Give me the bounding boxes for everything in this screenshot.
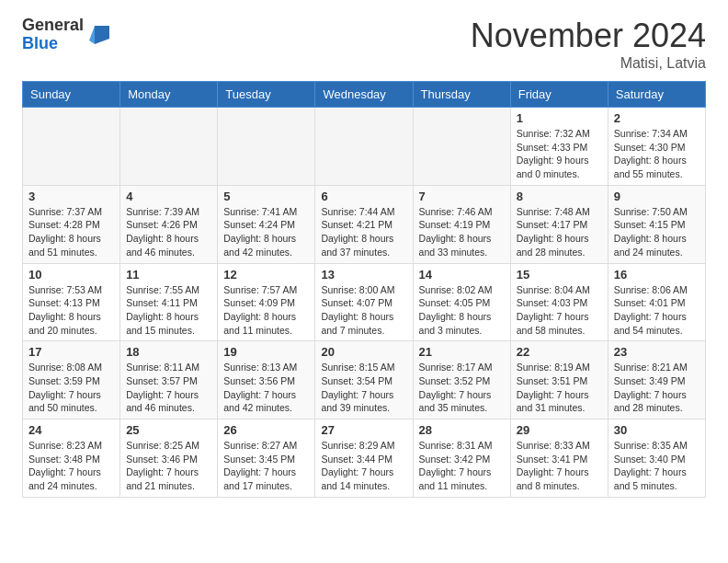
calendar-cell: 11Sunrise: 7:55 AMSunset: 4:11 PMDayligh… bbox=[120, 263, 218, 341]
day-number: 18 bbox=[126, 345, 211, 359]
day-info: Sunrise: 8:25 AMSunset: 3:46 PMDaylight:… bbox=[126, 439, 211, 493]
calendar-cell: 19Sunrise: 8:13 AMSunset: 3:56 PMDayligh… bbox=[218, 341, 315, 419]
calendar-cell: 21Sunrise: 8:17 AMSunset: 3:52 PMDayligh… bbox=[413, 341, 510, 419]
day-number: 26 bbox=[223, 423, 309, 437]
day-number: 13 bbox=[321, 268, 406, 282]
calendar-cell bbox=[315, 108, 413, 186]
day-info: Sunrise: 8:33 AMSunset: 3:41 PMDaylight:… bbox=[517, 439, 602, 493]
day-number: 4 bbox=[126, 190, 211, 203]
day-info: Sunrise: 8:15 AMSunset: 3:54 PMDaylight:… bbox=[321, 361, 406, 415]
day-number: 6 bbox=[321, 190, 406, 203]
week-row-1: 1Sunrise: 7:32 AMSunset: 4:33 PMDaylight… bbox=[23, 108, 706, 186]
calendar-cell: 24Sunrise: 8:23 AMSunset: 3:48 PMDayligh… bbox=[23, 419, 120, 498]
calendar-cell: 16Sunrise: 8:06 AMSunset: 4:01 PMDayligh… bbox=[608, 263, 705, 341]
calendar-cell: 27Sunrise: 8:29 AMSunset: 3:44 PMDayligh… bbox=[315, 419, 413, 498]
day-number: 11 bbox=[126, 268, 211, 282]
day-number: 12 bbox=[223, 268, 309, 282]
svg-marker-0 bbox=[95, 26, 109, 44]
weekday-header-row: SundayMondayTuesdayWednesdayThursdayFrid… bbox=[23, 82, 706, 108]
day-info: Sunrise: 8:11 AMSunset: 3:57 PMDaylight:… bbox=[126, 361, 211, 415]
day-number: 2 bbox=[614, 111, 700, 125]
day-number: 28 bbox=[419, 423, 505, 437]
day-info: Sunrise: 7:44 AMSunset: 4:21 PMDaylight:… bbox=[321, 205, 406, 259]
month-title: November 2024 bbox=[471, 17, 706, 55]
calendar-cell: 6Sunrise: 7:44 AMSunset: 4:21 PMDaylight… bbox=[315, 185, 413, 263]
day-info: Sunrise: 8:19 AMSunset: 3:51 PMDaylight:… bbox=[517, 361, 602, 415]
day-number: 7 bbox=[419, 190, 505, 203]
calendar-cell bbox=[413, 108, 510, 186]
day-info: Sunrise: 8:06 AMSunset: 4:01 PMDaylight:… bbox=[614, 283, 700, 338]
day-info: Sunrise: 8:21 AMSunset: 3:49 PMDaylight:… bbox=[614, 361, 700, 415]
day-number: 21 bbox=[419, 345, 505, 359]
weekday-header-tuesday: Tuesday bbox=[218, 82, 315, 108]
week-row-4: 17Sunrise: 8:08 AMSunset: 3:59 PMDayligh… bbox=[23, 341, 706, 419]
day-info: Sunrise: 7:57 AMSunset: 4:09 PMDaylight:… bbox=[223, 283, 309, 338]
day-info: Sunrise: 8:17 AMSunset: 3:52 PMDaylight:… bbox=[419, 361, 505, 415]
weekday-header-wednesday: Wednesday bbox=[315, 82, 413, 108]
calendar-cell: 2Sunrise: 7:34 AMSunset: 4:30 PMDaylight… bbox=[608, 108, 705, 186]
day-info: Sunrise: 7:39 AMSunset: 4:26 PMDaylight:… bbox=[126, 205, 211, 259]
calendar-wrapper: SundayMondayTuesdayWednesdayThursdayFrid… bbox=[0, 81, 728, 509]
day-number: 20 bbox=[321, 345, 406, 359]
week-row-2: 3Sunrise: 7:37 AMSunset: 4:28 PMDaylight… bbox=[23, 185, 706, 263]
calendar-cell: 22Sunrise: 8:19 AMSunset: 3:51 PMDayligh… bbox=[510, 341, 608, 419]
day-info: Sunrise: 7:37 AMSunset: 4:28 PMDaylight:… bbox=[28, 205, 114, 259]
calendar-cell: 17Sunrise: 8:08 AMSunset: 3:59 PMDayligh… bbox=[23, 341, 120, 419]
day-number: 30 bbox=[614, 423, 700, 437]
calendar-cell: 20Sunrise: 8:15 AMSunset: 3:54 PMDayligh… bbox=[315, 341, 413, 419]
calendar-cell: 29Sunrise: 8:33 AMSunset: 3:41 PMDayligh… bbox=[510, 419, 608, 498]
weekday-header-friday: Friday bbox=[510, 82, 608, 108]
day-number: 15 bbox=[517, 268, 602, 282]
day-number: 5 bbox=[223, 190, 309, 203]
day-number: 3 bbox=[28, 190, 114, 203]
logo-general-text: General bbox=[22, 17, 84, 35]
day-number: 24 bbox=[28, 423, 114, 437]
day-number: 19 bbox=[223, 345, 309, 359]
calendar-cell: 4Sunrise: 7:39 AMSunset: 4:26 PMDaylight… bbox=[120, 185, 218, 263]
location: Matisi, Latvia bbox=[471, 55, 706, 72]
calendar-cell: 10Sunrise: 7:53 AMSunset: 4:13 PMDayligh… bbox=[23, 263, 120, 341]
calendar-cell bbox=[120, 108, 218, 186]
calendar-cell: 18Sunrise: 8:11 AMSunset: 3:57 PMDayligh… bbox=[120, 341, 218, 419]
day-info: Sunrise: 7:48 AMSunset: 4:17 PMDaylight:… bbox=[517, 205, 602, 259]
calendar-cell: 23Sunrise: 8:21 AMSunset: 3:49 PMDayligh… bbox=[608, 341, 705, 419]
weekday-header-thursday: Thursday bbox=[413, 82, 510, 108]
calendar-cell: 15Sunrise: 8:04 AMSunset: 4:03 PMDayligh… bbox=[510, 263, 608, 341]
day-number: 29 bbox=[517, 423, 602, 437]
weekday-header-monday: Monday bbox=[120, 82, 218, 108]
week-row-5: 24Sunrise: 8:23 AMSunset: 3:48 PMDayligh… bbox=[23, 419, 706, 498]
day-info: Sunrise: 7:50 AMSunset: 4:15 PMDaylight:… bbox=[614, 205, 700, 259]
page-header: General Blue November 2024 Matisi, Latvi… bbox=[0, 0, 728, 81]
calendar-cell: 26Sunrise: 8:27 AMSunset: 3:45 PMDayligh… bbox=[218, 419, 315, 498]
day-info: Sunrise: 8:00 AMSunset: 4:07 PMDaylight:… bbox=[321, 283, 406, 338]
day-number: 17 bbox=[28, 345, 114, 359]
day-info: Sunrise: 7:55 AMSunset: 4:11 PMDaylight:… bbox=[126, 283, 211, 338]
day-number: 14 bbox=[419, 268, 505, 282]
weekday-header-sunday: Sunday bbox=[23, 82, 120, 108]
calendar-cell: 8Sunrise: 7:48 AMSunset: 4:17 PMDaylight… bbox=[510, 185, 608, 263]
calendar-cell: 13Sunrise: 8:00 AMSunset: 4:07 PMDayligh… bbox=[315, 263, 413, 341]
day-number: 27 bbox=[321, 423, 406, 437]
logo-blue-text: Blue bbox=[22, 35, 84, 53]
day-number: 16 bbox=[614, 268, 700, 282]
day-info: Sunrise: 8:04 AMSunset: 4:03 PMDaylight:… bbox=[517, 283, 602, 338]
day-info: Sunrise: 8:29 AMSunset: 3:44 PMDaylight:… bbox=[321, 439, 406, 493]
day-info: Sunrise: 8:02 AMSunset: 4:05 PMDaylight:… bbox=[419, 283, 505, 338]
calendar-cell: 1Sunrise: 7:32 AMSunset: 4:33 PMDaylight… bbox=[510, 108, 608, 186]
logo: General Blue bbox=[22, 17, 113, 53]
weekday-header-saturday: Saturday bbox=[608, 82, 705, 108]
day-number: 25 bbox=[126, 423, 211, 437]
week-row-3: 10Sunrise: 7:53 AMSunset: 4:13 PMDayligh… bbox=[23, 263, 706, 341]
day-info: Sunrise: 7:53 AMSunset: 4:13 PMDaylight:… bbox=[28, 283, 114, 338]
logo-icon bbox=[87, 22, 113, 48]
calendar-cell bbox=[23, 108, 120, 186]
day-info: Sunrise: 8:35 AMSunset: 3:40 PMDaylight:… bbox=[614, 439, 700, 493]
day-info: Sunrise: 8:27 AMSunset: 3:45 PMDaylight:… bbox=[223, 439, 309, 493]
day-info: Sunrise: 8:23 AMSunset: 3:48 PMDaylight:… bbox=[28, 439, 114, 493]
calendar-cell: 3Sunrise: 7:37 AMSunset: 4:28 PMDaylight… bbox=[23, 185, 120, 263]
day-number: 23 bbox=[614, 345, 700, 359]
day-info: Sunrise: 7:34 AMSunset: 4:30 PMDaylight:… bbox=[614, 127, 700, 181]
calendar-cell: 30Sunrise: 8:35 AMSunset: 3:40 PMDayligh… bbox=[608, 419, 705, 498]
day-info: Sunrise: 8:13 AMSunset: 3:56 PMDaylight:… bbox=[223, 361, 309, 415]
calendar-cell: 28Sunrise: 8:31 AMSunset: 3:42 PMDayligh… bbox=[413, 419, 510, 498]
